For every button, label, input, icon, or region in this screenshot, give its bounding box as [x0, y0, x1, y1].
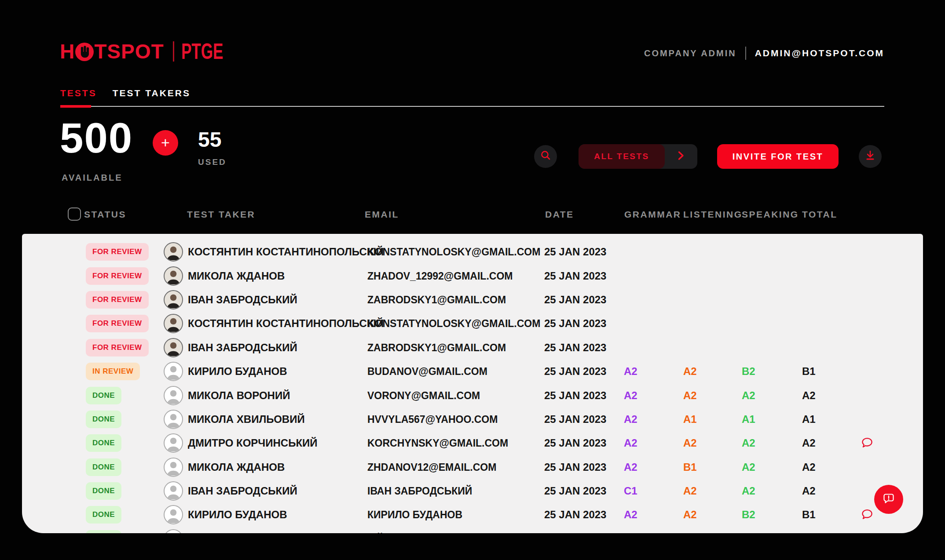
account-email[interactable]: ADMIN@HOTSPOT.COM [755, 48, 884, 58]
download-icon [864, 150, 876, 163]
logo-divider [173, 41, 174, 62]
column-listening: LISTENING [683, 209, 743, 220]
grammar-grade: A2 [624, 461, 637, 473]
status-badge: DONE [86, 530, 121, 533]
speaking-grade: A2 [742, 437, 755, 449]
listening-grade: A2 [683, 437, 697, 449]
table-row[interactable]: DONE ІВАН ЗАБРОДСЬКИЙ ІВАН ЗАБРОДСЬКИЙ 2… [22, 479, 923, 503]
test-taker-name: МИКОЛА ВОРОНИЙ [188, 389, 290, 402]
test-date: 25 JAN 2023 [544, 485, 606, 497]
tab-test-takers[interactable]: TEST TAKERS [113, 88, 190, 98]
table-row[interactable]: FOR REVIEW КОСТЯНТИН КОСТАНТИНОПОЛЬСКІЙ … [22, 240, 923, 264]
test-date: 25 JAN 2023 [544, 389, 606, 402]
test-date: 25 JAN 2023 [544, 317, 606, 330]
column-grammar: GRAMMAR [624, 209, 681, 220]
status-badge: DONE [86, 458, 121, 476]
test-taker-name: ІВАН ЗАБРОДСЬКИЙ [188, 342, 297, 354]
logo-hotspot: HTSPOT [60, 40, 164, 63]
grammar-grade: C1 [624, 485, 637, 497]
grammar-grade: A2 [624, 389, 637, 402]
table-row[interactable]: FOR REVIEW ІВАН ЗАБРОДСЬКИЙ ZABRODSKY1@G… [22, 336, 923, 360]
test-taker-email: KONSTATYNOLOSKY@GMAIL.COM [367, 318, 540, 330]
filter-expand[interactable] [665, 144, 697, 169]
avatar [164, 529, 183, 533]
test-date: 25 JAN 2023 [544, 270, 606, 282]
used-label: USED [198, 157, 227, 167]
speaking-grade: B2 [742, 365, 755, 378]
test-taker-name: КОСТЯНТИН КОСТАНТИНОПОЛЬСКІЙ [188, 317, 384, 330]
nav-tabs: TESTS TEST TAKERS [60, 88, 190, 98]
table-row[interactable]: DONE МИКОЛА ЖДАНОВ ZHDANOV12@EMAIL.COM 2… [22, 455, 923, 479]
avatar [164, 242, 183, 262]
add-tests-button[interactable]: + [153, 130, 178, 156]
avatar [164, 458, 183, 477]
select-all-checkbox[interactable] [68, 207, 81, 221]
feedback-button[interactable] [874, 485, 903, 514]
speaking-grade: A1 [742, 413, 755, 425]
grammar-grade: A2 [624, 365, 637, 378]
avatar [164, 338, 183, 357]
speaking-grade: A2 [742, 389, 755, 402]
plus-icon: + [161, 135, 170, 150]
listening-grade: A1 [683, 413, 697, 425]
test-taker-email: ІВАН ЗАБРОДСЬКИЙ [367, 485, 472, 497]
test-taker-email: KONSTATYNOLOSKY@GMAIL.COM [367, 246, 540, 258]
total-grade: B1 [802, 509, 816, 521]
table-row[interactable]: DONE МИКОЛА ВОРОНИЙ VORONY@GMAIL.COM 25 … [22, 383, 923, 407]
tab-tests[interactable]: TESTS [60, 88, 97, 98]
comment-icon[interactable] [860, 508, 874, 522]
avatar [164, 290, 183, 309]
table-row[interactable]: DONE КОСТЯНТИН КОСТАНТИНОПОЛЬСКІЙ KONSTA… [22, 527, 923, 533]
tests-filter-dropdown[interactable]: ALL TESTS [579, 144, 697, 169]
tab-underline [60, 106, 884, 107]
test-taker-name: КОСТЯНТИН КОСТАНТИНОПОЛЬСКІЙ [188, 533, 384, 533]
used-count: 55 [198, 129, 221, 150]
table-body: FOR REVIEW КОСТЯНТИН КОСТАНТИНОПОЛЬСКІЙ … [22, 234, 923, 533]
table-row[interactable]: FOR REVIEW МИКОЛА ЖДАНОВ ZHADOV_12992@GM… [22, 264, 923, 287]
test-taker-email: ZABRODSKY1@GMAIL.COM [367, 294, 506, 305]
table-row[interactable]: FOR REVIEW КОСТЯНТИН КОСТАНТИНОПОЛЬСКІЙ … [22, 312, 923, 335]
status-badge: FOR REVIEW [86, 339, 149, 356]
status-badge: DONE [86, 482, 121, 500]
test-taker-name: КИРИЛО БУДАНОВ [188, 365, 287, 378]
app-logo: HTSPOT PTGE [60, 39, 241, 64]
listening-grade: A2 [683, 365, 697, 378]
avatar [164, 410, 183, 429]
invite-for-test-button[interactable]: INVITE FOR TEST [717, 144, 839, 169]
test-date: 25 JAN 2023 [544, 413, 606, 425]
test-date: 25 JAN 2023 [544, 461, 606, 473]
logo-ptge: PTGE [181, 39, 223, 64]
comment-icon[interactable] [860, 436, 874, 450]
table-row[interactable]: DONE ДМИТРО КОРЧИНСЬКИЙ KORCHYNSKY@GMAIL… [22, 431, 923, 455]
table-row[interactable]: DONE МИКОЛА ХВИЛЬОВИЙ HVVYLA567@YAHOO.CO… [22, 407, 923, 431]
listening-grade: A2 [683, 509, 697, 521]
account-divider [745, 47, 746, 60]
status-badge: IN REVIEW [86, 363, 140, 380]
invite-label: INVITE FOR TEST [733, 152, 823, 162]
test-date: 25 JAN 2023 [544, 342, 606, 354]
test-date: 25 JAN 2023 [544, 294, 606, 306]
test-taker-email: ZHADOV_12992@GMAIL.COM [367, 270, 513, 282]
status-badge: DONE [86, 434, 121, 452]
download-button[interactable] [859, 145, 882, 168]
test-taker-email: КИРИЛО БУДАНОВ [367, 509, 462, 521]
column-email: EMAIL [365, 209, 399, 220]
grammar-grade: A2 [624, 413, 637, 425]
listening-grade: B1 [683, 461, 697, 473]
test-taker-email: KONSTATYNOLOSKY@GMAIL.COM [367, 533, 540, 533]
listening-grade: A2 [683, 389, 697, 402]
avatar [164, 433, 183, 453]
table-row[interactable]: IN REVIEW КИРИЛО БУДАНОВ BUDANOV@GMAIL.C… [22, 360, 923, 383]
test-taker-email: KORCHYNSKY@GMAIL.COM [367, 437, 508, 449]
avatar [164, 481, 183, 501]
test-taker-name: МИКОЛА ЖДАНОВ [188, 461, 285, 473]
search-button[interactable] [534, 145, 557, 168]
table-row[interactable]: DONE КИРИЛО БУДАНОВ КИРИЛО БУДАНОВ 25 JA… [22, 503, 923, 527]
avatar [164, 266, 183, 286]
table-header: STATUS TEST TAKER EMAIL DATE GRAMMAR LIS… [22, 206, 923, 223]
total-grade: A2 [802, 485, 816, 497]
test-date: 25 JAN 2023 [544, 246, 606, 258]
test-taker-name: ІВАН ЗАБРОДСЬКИЙ [188, 485, 297, 497]
test-date: 25 JAN 2023 [544, 365, 606, 378]
table-row[interactable]: FOR REVIEW ІВАН ЗАБРОДСЬКИЙ ZABRODSKY1@G… [22, 288, 923, 312]
